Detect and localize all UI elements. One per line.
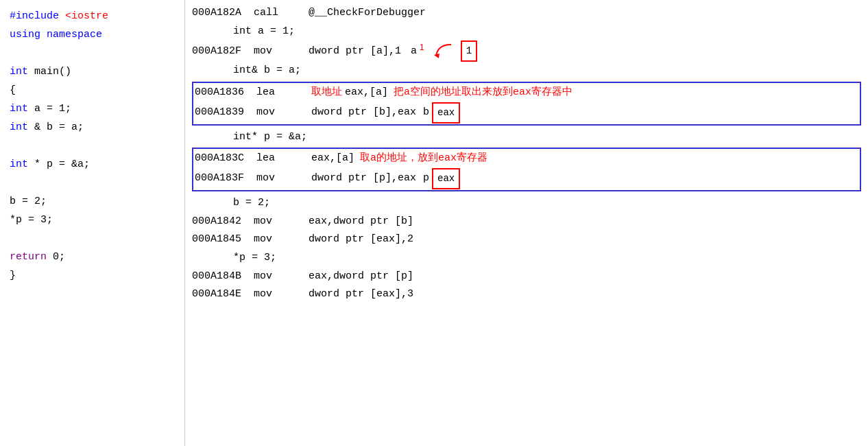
close-brace: } <box>7 266 184 285</box>
annotation-box-1: 1 <box>461 40 477 62</box>
asm-line-183c: 000A183C lea eax,[a] 取a的地址，放到eax寄存器 <box>195 150 858 168</box>
int-ref-b-line: int & b = a; <box>7 118 184 137</box>
include-keyword: #include <box>10 10 59 22</box>
int-keyword: int <box>10 66 28 78</box>
src-int-ref-b: int& b = a; <box>192 62 861 80</box>
include-line: #include <iostre <box>7 7 184 25</box>
asm-line-1839: 000A1839 mov dword ptr [b],eax b eax <box>195 102 858 124</box>
b-assign-line: b = 2; <box>7 192 184 211</box>
highlight-box-b: 000A1836 lea 取地址 eax,[a] 把a空间的地址取出来放到eax… <box>192 82 861 126</box>
asm-line-1836: 000A1836 lea 取地址 eax,[a] 把a空间的地址取出来放到eax… <box>195 84 858 102</box>
op-mov-184e: mov <box>254 285 309 304</box>
operands-1836: eax,[a] <box>345 84 388 102</box>
addr-1845: 000A1845 <box>192 231 254 249</box>
assembly-panel: 000A182A call @__CheckForDebugger int a … <box>185 0 868 446</box>
src-int-a: int a = 1; <box>192 23 861 41</box>
addr-183c: 000A183C <box>195 150 256 168</box>
main-decl: int main() <box>7 62 184 81</box>
blank-line-4 <box>7 229 184 248</box>
asm-line-182f: 000A182F mov dword ptr [a],1 a 1 1 <box>192 40 861 62</box>
addr-182f: 000A182F <box>192 43 254 61</box>
annotation-box-p: eax <box>432 168 460 189</box>
operands-183c: eax,[a] <box>311 150 354 168</box>
addr-1839: 000A1839 <box>195 104 256 122</box>
blank-line-1 <box>7 44 184 62</box>
operands-184b: eax,dword ptr [p] <box>309 268 413 286</box>
addr-182a: 000A182A <box>192 4 254 23</box>
label-a: a <box>411 43 417 61</box>
comment-1836: 把a空间的地址取出来放到eax寄存器中 <box>394 84 572 102</box>
source-code-panel: #include <iostre using namespace int mai… <box>0 0 185 446</box>
op-mov-1839: mov <box>256 104 311 122</box>
operands-1845: dword ptr [eax],2 <box>309 231 413 249</box>
op-mov-182f: mov <box>254 43 309 61</box>
include-header: <iostre <box>65 10 108 22</box>
operands-checkdebugger: @__CheckForDebugger <box>309 4 426 23</box>
asm-line-184b: 000A184B mov eax,dword ptr [p] <box>192 268 861 286</box>
asm-line-182a: 000A182A call @__CheckForDebugger <box>192 4 861 23</box>
asm-line-1842: 000A1842 mov eax,dword ptr [b] <box>192 213 861 231</box>
src-int-ptr-p: int* p = &a; <box>192 128 861 147</box>
addr-184e: 000A184E <box>192 285 254 304</box>
op-lea-1836: lea <box>256 84 311 102</box>
annotation-num-1: 1 <box>420 43 424 52</box>
label-p: p <box>423 169 429 188</box>
int-ptr-p-line: int * p = &a; <box>7 155 184 174</box>
op-mov-183f: mov <box>256 169 311 188</box>
arrow-icon: 1 <box>420 40 458 62</box>
lea-comment-addr: 取地址 <box>311 84 342 102</box>
addr-184b: 000A184B <box>192 268 254 286</box>
addr-183f: 000A183F <box>195 169 256 188</box>
highlight-box-p: 000A183C lea eax,[a] 取a的地址，放到eax寄存器 000A… <box>192 148 861 191</box>
blank-line-2 <box>7 137 184 155</box>
asm-line-183f: 000A183F mov dword ptr [p],eax p eax <box>195 168 858 189</box>
open-brace: { <box>7 81 184 99</box>
addr-1836: 000A1836 <box>195 84 256 102</box>
svg-marker-0 <box>434 54 439 58</box>
op-call: call <box>254 4 309 23</box>
namespace-keyword: namespace <box>47 29 102 40</box>
operands-184e: dword ptr [eax],3 <box>309 285 413 304</box>
comment-183c: 取a的地址，放到eax寄存器 <box>360 150 487 168</box>
op-mov-1845: mov <box>254 231 309 249</box>
annotation-box-b: eax <box>432 102 460 124</box>
asm-line-1845: 000A1845 mov dword ptr [eax],2 <box>192 231 861 249</box>
label-b: b <box>423 104 429 122</box>
operands-1842: eax,dword ptr [b] <box>309 213 413 231</box>
addr-1842: 000A1842 <box>192 213 254 231</box>
asm-line-184e: 000A184E mov dword ptr [eax],3 <box>192 285 861 304</box>
blank-line-3 <box>7 174 184 192</box>
src-deref-p: *p = 3; <box>192 249 861 268</box>
src-b-assign: b = 2; <box>192 194 861 213</box>
operands-183f: dword ptr [p],eax <box>311 169 416 188</box>
op-mov-184b: mov <box>254 268 309 286</box>
return-line: return 0; <box>7 248 184 266</box>
using-line: using namespace <box>7 25 184 44</box>
operands-182f: dword ptr [a],1 <box>309 43 401 61</box>
using-keyword: using <box>10 29 40 40</box>
int-a-line: int a = 1; <box>7 99 184 118</box>
curved-arrow-svg <box>431 41 458 62</box>
op-mov-1842: mov <box>254 213 309 231</box>
op-lea-183c: lea <box>256 150 311 168</box>
deref-p-line: *p = 3; <box>7 211 184 229</box>
operands-1839: dword ptr [b],eax <box>311 104 416 122</box>
